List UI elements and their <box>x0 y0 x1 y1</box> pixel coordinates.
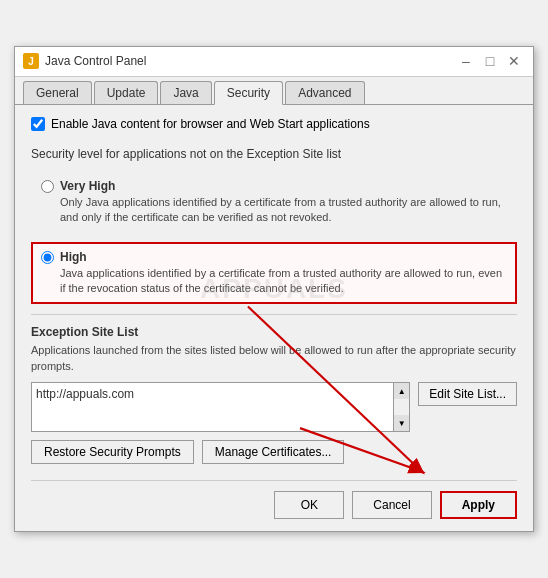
high-option: High Java applications identified by a c… <box>31 242 517 305</box>
window-controls: – □ ✕ <box>455 50 525 72</box>
list-item: http://appuals.com <box>32 383 393 405</box>
exception-desc: Applications launched from the sites lis… <box>31 343 517 374</box>
very-high-description: Only Java applications identified by a c… <box>60 195 507 226</box>
panel-content: Enable Java content for browser and Web … <box>15 105 533 531</box>
titlebar: J Java Control Panel – □ ✕ <box>15 47 533 77</box>
apply-button[interactable]: Apply <box>440 491 517 519</box>
cancel-button[interactable]: Cancel <box>352 491 431 519</box>
high-description: Java applications identified by a certif… <box>60 266 507 297</box>
edit-site-list-button[interactable]: Edit Site List... <box>418 382 517 406</box>
bottom-buttons: OK Cancel Apply <box>31 480 517 519</box>
restore-security-prompts-button[interactable]: Restore Security Prompts <box>31 440 194 464</box>
titlebar-left: J Java Control Panel <box>23 53 146 69</box>
exception-title: Exception Site List <box>31 325 517 339</box>
tab-bar: General Update Java Security Advanced <box>15 77 533 105</box>
enable-java-checkbox[interactable] <box>31 117 45 131</box>
enable-java-row: Enable Java content for browser and Web … <box>31 117 517 131</box>
tab-advanced[interactable]: Advanced <box>285 81 364 104</box>
tab-general[interactable]: General <box>23 81 92 104</box>
high-radio[interactable] <box>41 251 54 264</box>
very-high-label-group: Very High Only Java applications identif… <box>60 179 507 226</box>
scroll-up-button[interactable]: ▲ <box>394 383 409 399</box>
very-high-option: Very High Only Java applications identif… <box>31 171 517 234</box>
listbox-scroll-container: http://appuals.com ▲ ▼ <box>31 382 410 432</box>
maximize-button[interactable]: □ <box>479 50 501 72</box>
very-high-title: Very High <box>60 179 507 193</box>
minimize-button[interactable]: – <box>455 50 477 72</box>
window-title: Java Control Panel <box>45 54 146 68</box>
exception-site-section: Exception Site List Applications launche… <box>31 325 517 464</box>
scroll-down-button[interactable]: ▼ <box>394 415 409 431</box>
high-label-group: High Java applications identified by a c… <box>60 250 507 297</box>
very-high-radio[interactable] <box>41 180 54 193</box>
high-title: High <box>60 250 507 264</box>
manage-certificates-button[interactable]: Manage Certificates... <box>202 440 345 464</box>
close-button[interactable]: ✕ <box>503 50 525 72</box>
tab-update[interactable]: Update <box>94 81 159 104</box>
security-level-label: Security level for applications not on t… <box>31 147 517 161</box>
scrollbar: ▲ ▼ <box>394 382 410 432</box>
divider <box>31 314 517 315</box>
exception-listbox[interactable]: http://appuals.com <box>31 382 394 432</box>
enable-java-label: Enable Java content for browser and Web … <box>51 117 370 131</box>
tab-security[interactable]: Security <box>214 81 283 105</box>
ok-button[interactable]: OK <box>274 491 344 519</box>
java-icon: J <box>23 53 39 69</box>
exception-buttons-row: Restore Security Prompts Manage Certific… <box>31 440 517 464</box>
exception-list-row: http://appuals.com ▲ ▼ Edit Site List... <box>31 382 517 432</box>
tab-java[interactable]: Java <box>160 81 211 104</box>
java-control-panel-window: J Java Control Panel – □ ✕ General Updat… <box>14 46 534 532</box>
